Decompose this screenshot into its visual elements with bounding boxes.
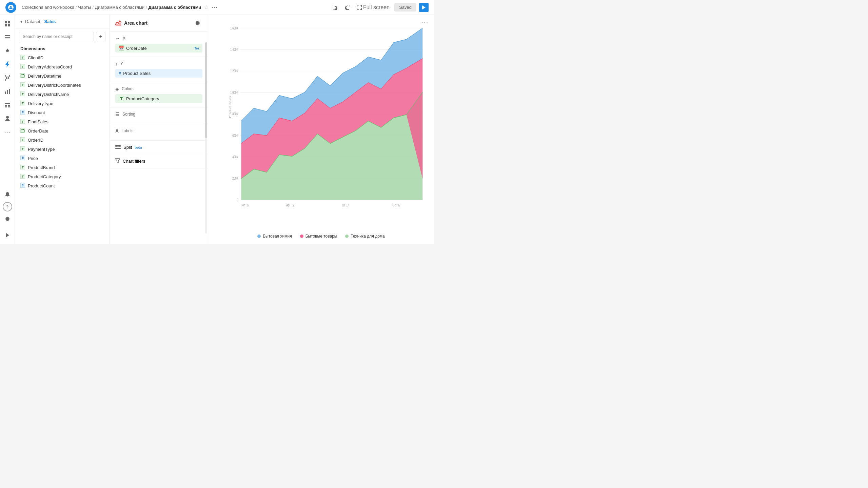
x-section-label: → X — [115, 36, 202, 41]
sidebar-item-label: ProductCount — [28, 183, 55, 188]
config-section-sorting: ☰ Sorting — [110, 107, 208, 124]
nav-icon-lightning[interactable] — [1, 58, 14, 70]
svg-text:T: T — [22, 120, 24, 123]
sidebar-item-label: OrderID — [28, 138, 43, 143]
undo-button[interactable] — [331, 3, 340, 12]
topbar-more-button[interactable]: ··· — [210, 3, 219, 12]
sidebar-item-label: FinalSales — [28, 119, 48, 124]
sidebar-item[interactable]: TProductBrand — [18, 163, 107, 172]
nav-icon-play[interactable] — [1, 229, 14, 241]
nav-icon-list[interactable] — [1, 31, 14, 43]
redo-button[interactable] — [343, 3, 352, 12]
x-field-chip[interactable]: 📅 OrderDate fω — [115, 44, 202, 53]
sidebar-search-input[interactable] — [19, 32, 94, 41]
sidebar-item[interactable]: OrderDate — [18, 126, 107, 136]
sidebar-item[interactable]: #Price — [18, 154, 107, 163]
dataset-name[interactable]: Sales — [44, 19, 56, 24]
nav-icon-person[interactable] — [1, 113, 14, 125]
breadcrumb-part-1[interactable]: Collections and workbooks — [22, 5, 74, 10]
sidebar-item-label: DeliveryDistrictName — [28, 92, 69, 97]
breadcrumb-part-3[interactable]: Диаграмма с областями — [95, 5, 144, 10]
config-scrollbar[interactable] — [205, 42, 207, 233]
fullscreen-toggle[interactable]: Full screen — [355, 3, 392, 12]
sidebar-item[interactable]: DeliveryDatetime — [18, 72, 107, 81]
y-section-label: ↑ Y — [115, 61, 202, 66]
sidebar-item[interactable]: TClientID — [18, 53, 107, 62]
sidebar-item[interactable]: TOrderID — [18, 136, 107, 145]
breadcrumb-current: Диаграмма с областями — [149, 5, 201, 10]
main-layout: ··· ? ▾ Dataset: Sales + Dimensions TCli… — [0, 15, 434, 244]
x-label: X — [123, 36, 125, 41]
svg-text:800K: 800K — [232, 112, 238, 116]
sidebar-item-label: ProductCategory — [28, 174, 61, 179]
sidebar-item[interactable]: TDeliveryAddressCoord — [18, 62, 107, 72]
star-bookmark-icon[interactable]: ☆ — [204, 4, 209, 11]
nav-icon-grid[interactable] — [1, 18, 14, 30]
saved-button[interactable]: Saved — [394, 3, 416, 12]
sidebar-item-icon: T — [20, 92, 25, 97]
config-section-labels: A Labels — [110, 124, 208, 141]
nav-icon-more-dots[interactable]: ··· — [1, 126, 14, 138]
y-field-name: Product Sales — [123, 71, 151, 76]
config-scrollbar-thumb — [205, 42, 207, 138]
breadcrumb-part-2[interactable]: Чарты — [78, 5, 91, 10]
nav-icon-star[interactable] — [1, 45, 14, 57]
nav-icon-table[interactable] — [1, 99, 14, 111]
svg-rect-4 — [5, 35, 10, 36]
sidebar-item[interactable]: #Discount — [18, 108, 107, 117]
sidebar-search-row: + — [15, 28, 110, 45]
sidebar-item[interactable]: #ProductCount — [18, 181, 107, 190]
chart-config-panel: Area chart → X 📅 OrderDate fω — [110, 15, 208, 244]
svg-point-9 — [9, 75, 10, 77]
sidebar-item-label: DeliveryDatetime — [28, 74, 61, 79]
nav-icon-bell[interactable] — [1, 188, 14, 201]
sidebar-item[interactable]: TDeliveryDistrictName — [18, 90, 107, 99]
config-section-split: Split beta — [110, 141, 208, 154]
svg-rect-60 — [115, 148, 121, 149]
svg-text:T: T — [22, 175, 24, 178]
breadcrumb: Collections and workbooks / Чарты / Диаг… — [22, 3, 328, 12]
sidebar-item-icon — [20, 73, 25, 79]
svg-text:1 200K: 1 200K — [230, 69, 238, 73]
chart-legend: Бытовая химия Бытовые товары Техника для… — [208, 231, 434, 244]
chart-settings-button[interactable] — [193, 18, 202, 28]
svg-text:600K: 600K — [232, 134, 238, 137]
svg-text:#: # — [22, 156, 24, 160]
sidebar-item[interactable]: TFinalSales — [18, 117, 107, 126]
svg-text:1 000K: 1 000K — [230, 91, 238, 95]
sidebar-item[interactable]: TDeliveryDistrictCoordinates — [18, 81, 107, 90]
y-label: Y — [120, 61, 123, 66]
svg-text:1 400K: 1 400K — [230, 48, 238, 52]
svg-text:Jan '17: Jan '17 — [241, 203, 249, 207]
deploy-button[interactable] — [419, 3, 429, 12]
sidebar-section-title: Dimensions — [15, 45, 110, 53]
sidebar-item-label: DeliveryDistrictCoordinates — [28, 83, 81, 88]
chart-area: ··· 1 600K 1 400K 1 200K 1 000K 800K — [208, 15, 434, 244]
sidebar-item-icon: T — [20, 64, 25, 70]
config-section-colors: ◈ Colors T ProductCategory — [110, 82, 208, 107]
y-field-icon: # — [119, 71, 121, 76]
sidebar-item[interactable]: TPaymentType — [18, 145, 107, 154]
sidebar-collapse-icon[interactable]: ▾ — [20, 19, 22, 24]
nav-icon-help[interactable]: ? — [3, 202, 12, 211]
sidebar-item[interactable]: TDeliveryType — [18, 99, 107, 108]
sidebar-add-button[interactable]: + — [96, 32, 105, 41]
x-field-name: OrderDate — [126, 46, 147, 51]
nav-icon-settings[interactable] — [1, 213, 14, 225]
sidebar-item-label: ProductBrand — [28, 165, 55, 170]
nav-icon-chart-bar[interactable] — [1, 85, 14, 98]
nav-icon-connection[interactable] — [1, 72, 14, 84]
app-logo[interactable] — [5, 2, 16, 13]
colors-field-chip[interactable]: T ProductCategory — [115, 94, 202, 103]
svg-text:400K: 400K — [232, 155, 238, 159]
y-field-chip[interactable]: # Product Sales — [115, 69, 202, 78]
sidebar-item-label: PaymentType — [28, 147, 55, 152]
filters-icon — [115, 158, 120, 164]
svg-point-10 — [5, 79, 6, 81]
chart-config-header: Area chart — [110, 15, 208, 32]
config-section-filters[interactable]: Chart filters — [110, 154, 208, 168]
sidebar-item[interactable]: TProductCategory — [18, 172, 107, 181]
svg-text:T: T — [22, 93, 24, 96]
sidebar-item-label: DeliveryAddressCoord — [28, 64, 72, 69]
svg-text:Oct '17: Oct '17 — [393, 203, 400, 207]
